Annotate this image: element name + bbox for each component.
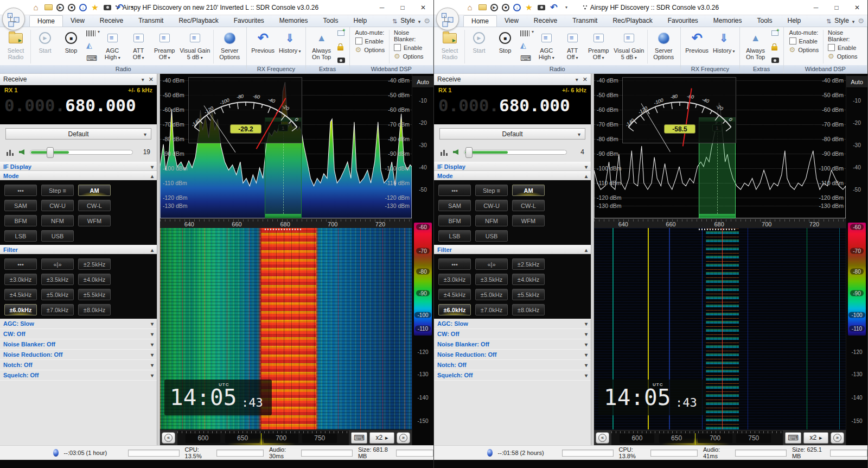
noise-blanker-options[interactable]: Options: [828, 52, 861, 60]
minimize-button[interactable]: ─: [806, 1, 826, 15]
home-icon[interactable]: [465, 3, 474, 12]
tab-favourites[interactable]: Favourites: [660, 15, 706, 27]
mode-cwu-button[interactable]: CW-U: [475, 200, 508, 211]
scroll-right-button[interactable]: [831, 432, 844, 444]
mode-section[interactable]: Mode: [0, 171, 157, 180]
stop-icon[interactable]: [68, 4, 75, 11]
style-menu[interactable]: Style: [834, 17, 849, 24]
att-dropdown[interactable]: ATTOff: [559, 29, 585, 65]
tab-transmit[interactable]: Transmit: [565, 15, 605, 27]
mode-step-button[interactable]: Step ≡: [475, 185, 508, 196]
filter-5-0khz-button[interactable]: ±5.0kHz: [475, 289, 508, 300]
band-600[interactable]: 600: [620, 434, 654, 443]
tab-tools[interactable]: Tools: [750, 15, 780, 27]
mode-sam-button[interactable]: SAM: [438, 200, 471, 211]
style-menu[interactable]: Style: [400, 17, 415, 24]
tuning-icon[interactable]: [86, 40, 97, 50]
chevron-down-icon[interactable]: [151, 163, 154, 170]
noise-blanker-enable[interactable]: Enable: [828, 44, 861, 51]
checkbox[interactable]: [394, 44, 401, 51]
mode-bfm-button[interactable]: BFM: [438, 215, 471, 226]
scroll-right-button[interactable]: [397, 432, 410, 444]
filter-6-0khz-button[interactable]: ±6.0kHz: [4, 304, 37, 315]
lock-icon[interactable]: [771, 46, 777, 50]
minimize-button[interactable]: ─: [372, 1, 392, 15]
notch-setting-row[interactable]: Notch: Off: [0, 360, 157, 370]
screenshot-icon[interactable]: [337, 58, 345, 63]
if-display-section[interactable]: IF Display: [434, 162, 591, 171]
auto-mute-enable[interactable]: Enable: [355, 37, 385, 45]
mode-cwl-button[interactable]: CW-L: [78, 200, 111, 211]
mode-lsb-button[interactable]: LSB: [438, 230, 471, 242]
mode-nfm-button[interactable]: NFM: [41, 215, 74, 226]
chevron-down-icon[interactable]: [151, 362, 154, 368]
chevron-down-icon[interactable]: [418, 16, 421, 26]
auto-mute-options[interactable]: Options: [355, 46, 385, 54]
cw-setting-row[interactable]: CW: Off: [434, 329, 591, 339]
tab-rec-playback[interactable]: Rec/Playback: [171, 15, 226, 27]
favourite-star-icon[interactable]: [525, 3, 533, 12]
noise-blanker-enable[interactable]: Enable: [394, 44, 427, 51]
volume-slider[interactable]: [30, 150, 133, 155]
open-folder-icon[interactable]: [478, 4, 487, 10]
stop-button[interactable]: Stop: [58, 29, 84, 65]
noise-blanker-setting-row[interactable]: Noise Blanker: Off: [0, 339, 157, 350]
chevron-down-icon[interactable]: [585, 163, 588, 170]
chevron-down-icon[interactable]: [585, 372, 588, 378]
play-icon[interactable]: [490, 4, 498, 11]
chevron-down-icon[interactable]: [852, 16, 855, 26]
filter-3-5khz-button[interactable]: ±3.5kHz: [475, 274, 508, 285]
mode-am-button[interactable]: AM: [78, 185, 111, 196]
tab-receive[interactable]: Receive: [526, 15, 565, 27]
visual-gain-dropdown[interactable]: Visual Gain5 dB: [611, 29, 646, 65]
frequency-digits[interactable]: 0.000.680.000: [4, 96, 152, 115]
close-icon[interactable]: [149, 75, 154, 83]
agc-dropdown[interactable]: AGCHigh: [533, 29, 559, 65]
mode-bfm-button[interactable]: BFM: [4, 215, 37, 226]
if-display-section[interactable]: IF Display: [0, 162, 157, 171]
filter-more-button[interactable]: •••: [4, 258, 37, 270]
filter-4-0khz-button[interactable]: ±4.0kHz: [512, 274, 545, 285]
tab-transmit[interactable]: Transmit: [131, 15, 171, 27]
profile-dropdown[interactable]: Default: [439, 128, 585, 140]
mode-wfm-button[interactable]: WFM: [512, 215, 545, 226]
equalizer-icon[interactable]: [7, 149, 14, 156]
filter-variable-button[interactable]: «|»: [475, 258, 508, 270]
tab-view[interactable]: View: [497, 15, 526, 27]
mode-more-button[interactable]: •••: [438, 185, 471, 196]
camera-icon[interactable]: [104, 5, 111, 10]
filter-8-0khz-button[interactable]: ±8.0kHz: [512, 304, 545, 315]
auto-range-button[interactable]: Auto: [846, 76, 867, 88]
cw-setting-row[interactable]: CW: Off: [0, 329, 157, 339]
mode-nfm-button[interactable]: NFM: [475, 215, 508, 226]
app-logo[interactable]: [2, 8, 25, 30]
titlebar[interactable]: Airspy HF Discovery on new 210' Inverted…: [0, 0, 433, 15]
filter-2-5khz-button[interactable]: ±2.5kHz: [78, 258, 111, 270]
tab-view[interactable]: View: [63, 15, 92, 27]
speaker-icon[interactable]: [19, 149, 24, 155]
new-window-icon[interactable]: [771, 30, 778, 36]
tab-home[interactable]: Home: [29, 15, 63, 27]
filter-4-5khz-button[interactable]: ±4.5kHz: [4, 289, 37, 300]
mode-usb-button[interactable]: USB: [41, 230, 74, 242]
stop-icon[interactable]: [502, 4, 509, 11]
close-button[interactable]: ✕: [847, 1, 867, 15]
band-strip[interactable]: 600 650 700 750: [611, 431, 783, 445]
app-logo[interactable]: [436, 8, 459, 30]
maximize-button[interactable]: □: [392, 1, 413, 15]
checkbox[interactable]: [355, 37, 362, 45]
preamp-dropdown[interactable]: PreampOff: [151, 29, 177, 65]
collapse-ribbon-icon[interactable]: [392, 16, 397, 26]
notch-setting-row[interactable]: Notch: Off: [434, 360, 591, 370]
checkbox[interactable]: [789, 37, 796, 45]
tab-rec-playback[interactable]: Rec/Playback: [605, 15, 660, 27]
download-icon[interactable]: [79, 4, 87, 11]
favourite-star-icon[interactable]: [91, 3, 99, 12]
speaker-icon[interactable]: [453, 149, 458, 155]
screenshot-icon[interactable]: [771, 58, 779, 63]
agc-setting-row[interactable]: AGC: Slow: [0, 319, 157, 329]
camera-icon[interactable]: [538, 5, 545, 10]
waterfall-display[interactable]: UTC 14:05 :43: [160, 228, 412, 429]
tab-help[interactable]: Help: [346, 15, 375, 27]
chevron-up-icon[interactable]: [585, 173, 588, 179]
